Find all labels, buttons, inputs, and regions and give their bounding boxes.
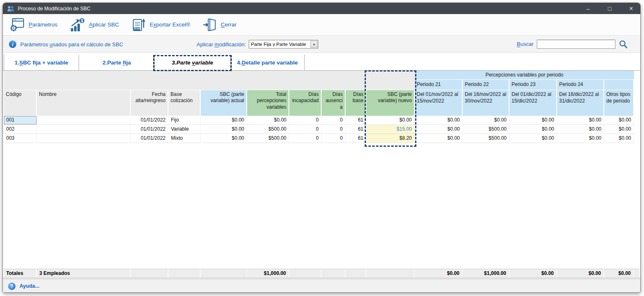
table-cell[interactable]: 01/01/2022	[131, 116, 168, 125]
table-cell[interactable]: $500.00	[247, 125, 289, 134]
table-cell[interactable]: 61	[346, 116, 366, 125]
column-header[interactable]: SBC (parte variable) nuevo	[366, 90, 415, 116]
cerrar-button[interactable]: Cerrar	[199, 16, 241, 33]
exportar-excel-button[interactable]: XLSX Exportar Excel®	[128, 16, 195, 33]
cerrar-label: Cerrar	[221, 21, 236, 28]
grid-header-left-cells: CódigoNombreFecha alta/reingresoBase cot…	[4, 90, 415, 116]
totals-cell	[346, 269, 366, 278]
aplicar-sbc-button[interactable]: $ Aplicar SBC	[67, 16, 124, 33]
table-cell[interactable]: 61	[346, 125, 366, 134]
table-cell[interactable]: $0.00	[557, 116, 604, 125]
close-button[interactable]: ×	[622, 3, 640, 14]
table-cell[interactable]: $0.00	[463, 116, 509, 125]
totals-cell: $0.00	[604, 269, 634, 278]
table-cell[interactable]: $0.00	[366, 116, 415, 125]
column-header[interactable]: Nombre	[37, 90, 131, 116]
parametros-button[interactable]: Parámetros	[6, 16, 62, 33]
period-dates-header[interactable]: Otros tipos de periodo	[604, 90, 634, 116]
column-header[interactable]: SBC (parte variable) actual	[201, 90, 247, 116]
period-dates-header[interactable]: Del 01/dic/2022 al 15/dic/2022	[509, 90, 557, 116]
table-cell[interactable]: 01/01/2022	[131, 134, 168, 143]
table-cell[interactable]: $500.00	[463, 125, 509, 134]
table-row: 00201/01/2022Variable$0.00$500.000061$15…	[4, 125, 639, 134]
table-cell[interactable]: $0.00	[201, 116, 247, 125]
period-header[interactable]: Periodo 23	[509, 80, 557, 90]
table-cell[interactable]: Mixto	[168, 134, 201, 143]
tab-sbc-fija-variable[interactable]: 1.SBC fija + variable	[4, 55, 79, 70]
grid-header: CódigoNombreFecha alta/reingresoBase cot…	[4, 71, 639, 116]
aplicar-sbc-label: Aplicar SBC	[89, 21, 119, 28]
table-cell[interactable]: $0.00	[604, 134, 634, 143]
table-cell[interactable]: $15.00	[366, 125, 415, 134]
svg-text:XLSX: XLSX	[134, 27, 140, 30]
excel-document-icon: XLSX	[132, 18, 146, 32]
table-cell[interactable]: $0.00	[415, 125, 463, 134]
table-cell[interactable]	[37, 134, 131, 143]
column-header[interactable]: Días base	[346, 90, 366, 116]
period-header[interactable]	[604, 80, 634, 90]
table-cell[interactable]: $0.00	[557, 134, 604, 143]
period-dates-header[interactable]: Del 16/nov/2022 al 30/nov/2022	[463, 90, 509, 116]
table-cell[interactable]: $0.00	[415, 116, 463, 125]
table-cell[interactable]: Variable	[168, 125, 201, 134]
table-cell[interactable]: 0	[322, 116, 346, 125]
grid-header-periods: Periodo 21Del 01/nov/2022 al 15/nov/2022…	[415, 80, 634, 116]
column-header[interactable]: Fecha alta/reingreso	[131, 90, 168, 116]
help-link[interactable]: Ayuda...	[19, 283, 39, 289]
tab-detalle-parte-variable[interactable]: 4.Detalle parte variable	[231, 55, 305, 70]
table-cell[interactable]: $500.00	[247, 134, 289, 143]
period-header[interactable]: Periodo 22	[463, 80, 509, 90]
exit-door-icon	[202, 18, 216, 32]
table-cell[interactable]: $0.00	[415, 134, 463, 143]
window-title: Proceso de Modificación de SBC	[18, 6, 576, 12]
period-header[interactable]: Periodo 21	[415, 80, 463, 90]
aplicar-modificacion-select[interactable]: Parte Fija y Parte Variable ▼	[249, 40, 318, 48]
table-cell[interactable]	[37, 116, 131, 125]
table-cell[interactable]: 003	[4, 134, 37, 143]
table-cell[interactable]: 0	[322, 125, 346, 134]
search-icon[interactable]	[619, 40, 628, 49]
table-cell[interactable]: 0	[289, 134, 322, 143]
search-input[interactable]	[537, 40, 615, 49]
table-cell[interactable]: 002	[4, 125, 37, 134]
chevron-down-icon[interactable]: ▼	[310, 41, 317, 48]
column-header[interactable]: Código	[4, 90, 37, 116]
maximize-button[interactable]: □	[601, 3, 619, 14]
table-cell[interactable]: Fijo	[168, 116, 201, 125]
svg-text:?: ?	[10, 284, 13, 289]
table-cell[interactable]: $0.00	[201, 125, 247, 134]
table-cell[interactable]: $0.00	[201, 134, 247, 143]
tab-parte-fija[interactable]: 2.Parte fija	[79, 55, 155, 70]
column-header[interactable]: Base cotización	[168, 90, 201, 116]
table-cell[interactable]: $0.00	[604, 125, 634, 134]
period-dates-header[interactable]: Del 16/dic/2022 al 31/dic/2022	[557, 90, 604, 116]
column-header[interactable]: Días incapacidad	[289, 90, 322, 116]
minimize-button[interactable]: –	[579, 3, 597, 14]
table-cell[interactable]: 61	[346, 134, 366, 143]
table-cell[interactable]: 0	[322, 134, 346, 143]
column-header[interactable]: Total percepciones variables	[247, 90, 289, 116]
table-cell[interactable]: $8.20	[366, 134, 415, 143]
table-cell[interactable]: $0.00	[604, 116, 634, 125]
table-cell[interactable]: 01/01/2022	[131, 125, 168, 134]
table-cell[interactable]: 001	[4, 116, 37, 125]
toolbar: Parámetros $ Aplicar SBC	[3, 14, 640, 36]
table-cell[interactable]	[37, 125, 131, 134]
question-circle-icon: ?	[8, 282, 16, 290]
svg-text:$: $	[81, 18, 83, 23]
table-cell[interactable]: $0.00	[509, 134, 557, 143]
table-row: 00301/01/2022Mixto$0.00$500.000061$8.20$…	[4, 134, 639, 143]
table-cell[interactable]: 0	[289, 125, 322, 134]
table-cell[interactable]: $0.00	[509, 116, 557, 125]
totals-cell	[201, 269, 247, 278]
table-cell[interactable]: $0.00	[557, 125, 604, 134]
column-header[interactable]: Días ausencia	[322, 90, 346, 116]
parametros-label: Parámetros	[29, 21, 58, 28]
period-dates-header[interactable]: Del 01/nov/2022 al 15/nov/2022	[415, 90, 463, 116]
table-cell[interactable]: $0.00	[247, 116, 289, 125]
table-cell[interactable]: $500.00	[463, 134, 509, 143]
period-header[interactable]: Periodo 24	[557, 80, 604, 90]
table-cell[interactable]: $0.00	[509, 125, 557, 134]
table-cell[interactable]: 0	[289, 116, 322, 125]
tab-parte-variable[interactable]: 3.Parte variable	[155, 55, 231, 70]
